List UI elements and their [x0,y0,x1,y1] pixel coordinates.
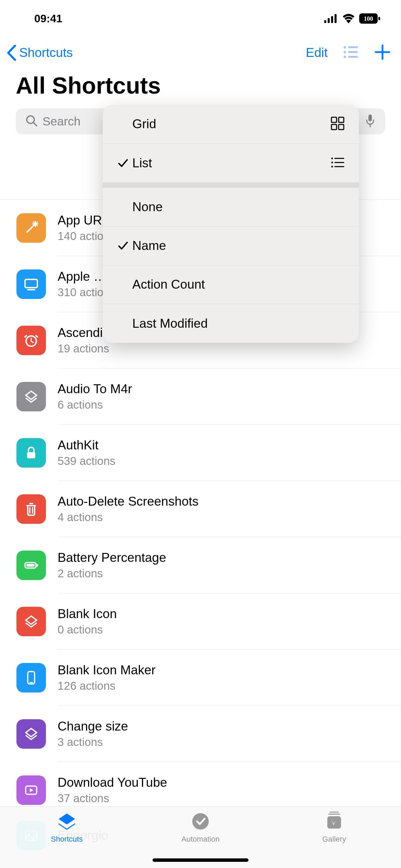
grid-icon [330,116,345,132]
svg-point-37 [331,161,333,163]
shortcut-icon [16,607,46,636]
svg-rect-12 [348,56,358,58]
shortcut-subtitle: 2 actions [58,567,401,580]
display-icon [23,276,39,292]
wifi-icon [342,14,355,23]
shortcut-title: Download YouTube [58,775,401,790]
add-button[interactable] [374,44,391,62]
svg-rect-1 [328,18,330,23]
status-time: 09:41 [34,12,62,25]
view-sort-menu: Grid List None Name Action Count Last Mo… [103,105,359,343]
svg-rect-3 [335,14,337,23]
menu-item-name[interactable]: Name [103,227,359,265]
nav-bar: Shortcuts Edit [0,37,401,69]
checkmark-icon [114,240,132,251]
status-bar: 09:41 100 [0,0,401,37]
iphone-icon [23,670,39,686]
list-item[interactable]: Auto-Delete Screenshots4 actions [0,481,401,537]
nav-actions: Edit [306,44,391,62]
alarm-icon [23,332,39,349]
tab-gallery[interactable]: Gallery [267,807,401,868]
shortcut-icon [16,719,46,749]
svg-text:100: 100 [364,15,373,22]
svg-rect-32 [339,117,344,122]
svg-rect-42 [327,816,341,829]
list-item[interactable]: Battery Percentage2 actions [0,537,401,593]
menu-label: None [132,200,345,214]
home-indicator[interactable] [153,858,248,862]
view-mode-button[interactable] [343,44,359,62]
list-item[interactable]: AuthKit539 actions [0,425,401,481]
svg-point-13 [27,116,34,123]
shortcut-icon [16,775,46,805]
tab-label: Automation [181,835,219,844]
svg-line-14 [34,123,37,126]
menu-item-none[interactable]: None [103,188,359,227]
shortcut-icon [16,326,46,355]
shortcut-icon [16,438,46,468]
shortcuts-tab-icon [56,811,78,833]
shortcut-title: Blank Icon Maker [58,663,401,677]
shortcut-subtitle: 37 actions [58,792,401,805]
menu-item-last-modified[interactable]: Last Modified [103,304,359,343]
wand-icon [23,220,39,236]
svg-rect-0 [324,20,326,23]
tab-bar: Shortcuts Automation Gallery [0,806,401,868]
back-button[interactable]: Shortcuts [7,45,73,61]
svg-rect-25 [37,564,38,567]
shortcut-title: Change size [58,719,401,734]
shortcut-subtitle: 19 actions [58,342,401,355]
list-item[interactable]: Blank Icon Maker126 actions [0,650,401,706]
cellular-icon [324,14,338,23]
battery-icon: 100 [359,13,380,24]
list-bullet-icon [343,44,359,60]
shortcut-subtitle: 6 actions [58,398,401,411]
svg-rect-31 [331,117,337,122]
svg-rect-17 [25,279,37,288]
svg-rect-34 [339,124,344,130]
tab-label: Shortcuts [51,835,83,844]
svg-point-11 [344,56,346,58]
svg-rect-33 [331,124,337,130]
mic-icon[interactable] [365,114,376,129]
menu-item-grid[interactable]: Grid [103,105,359,144]
svg-rect-24 [26,564,35,567]
svg-point-7 [344,46,346,49]
shortcuts-icon [23,726,39,742]
shortcuts-icon [23,388,39,405]
svg-point-9 [344,51,346,53]
shortcut-icon [16,494,46,524]
shortcut-title: Battery Percentage [58,551,401,565]
list-item[interactable]: Audio To M4r6 actions [0,369,401,425]
svg-rect-5 [378,17,380,20]
list-item[interactable]: Change size3 actions [0,706,401,762]
svg-point-41 [192,813,209,830]
play-icon [23,782,39,798]
list-item[interactable]: Blank Icon0 actions [0,593,401,650]
svg-point-39 [331,166,333,167]
svg-rect-10 [348,51,358,53]
shortcut-icon [16,551,46,580]
shortcut-subtitle: 539 actions [58,455,401,468]
svg-rect-8 [348,46,358,48]
menu-divider [103,182,359,188]
menu-item-action-count[interactable]: Action Count [103,265,359,304]
edit-button[interactable]: Edit [306,46,328,60]
shortcut-subtitle: 126 actions [58,679,401,692]
status-indicators: 100 [324,13,380,24]
shortcut-title: Audio To M4r [58,382,401,396]
menu-item-list[interactable]: List [103,144,359,182]
shortcut-title: Auto-Delete Screenshots [58,494,401,509]
shortcuts-icon [23,613,39,630]
menu-label: List [132,156,330,170]
tab-shortcuts[interactable]: Shortcuts [0,807,134,868]
svg-rect-2 [331,16,333,23]
menu-label: Action Count [132,277,345,292]
shortcut-subtitle: 3 actions [58,736,401,749]
back-label: Shortcuts [19,46,73,60]
menu-label: Name [132,239,345,253]
chevron-left-icon [7,45,16,61]
checkmark-icon [114,158,132,169]
shortcut-subtitle: 4 actions [58,511,401,524]
list-icon [330,155,345,171]
